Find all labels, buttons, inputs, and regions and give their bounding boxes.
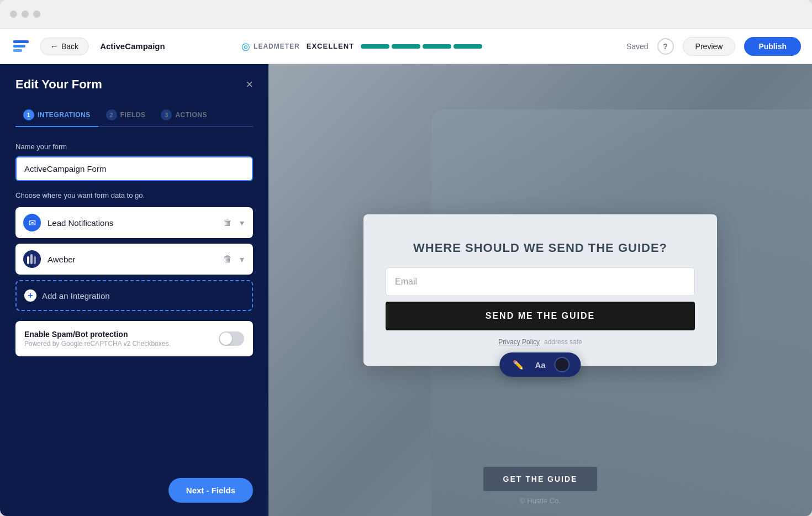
window-dot-2 — [22, 10, 29, 18]
toolbar-color-button[interactable] — [555, 357, 570, 372]
toolbar-font-button[interactable]: Aa — [535, 360, 545, 370]
close-button[interactable]: × — [246, 78, 253, 91]
copyright-text: © Hustle Co. — [520, 497, 561, 505]
spam-subtitle: Powered by Google reCAPTCHA v2 Checkboxe… — [24, 340, 171, 347]
svg-rect-1 — [30, 254, 33, 264]
tab-num-1: 1 — [23, 109, 34, 120]
add-integration-button[interactable]: + Add an Integration — [15, 280, 253, 311]
spam-toggle[interactable] — [219, 331, 244, 346]
form-popup: WHERE SHOULD WE SEND THE GUIDE? Email SE… — [363, 214, 717, 366]
email-input-wrap[interactable]: Email — [386, 267, 695, 296]
next-fields-button[interactable]: Next - Fields — [168, 478, 253, 503]
tab-label-1: INTEGRATIONS — [38, 111, 91, 119]
app-window: ← Back ActiveCampaign ◎ LEADMETER EXCELL… — [0, 0, 812, 516]
leadmeter: ◎ LEADMETER EXCELLENT — [241, 40, 482, 52]
leadmeter-bars — [361, 44, 482, 49]
spam-protection-box: Enable Spam/Bot protection Powered by Go… — [15, 321, 253, 356]
topnav: ← Back ActiveCampaign ◎ LEADMETER EXCELL… — [0, 29, 812, 64]
tab-num-3: 3 — [161, 109, 172, 120]
expand-aweber-button[interactable]: ▾ — [239, 253, 245, 266]
campaign-name: ActiveCampaign — [100, 41, 165, 51]
titlebar — [0, 0, 812, 29]
integration-item-lead-notifications: ✉ Lead Notifications 🗑 ▾ — [15, 207, 253, 238]
toggle-knob — [220, 333, 232, 345]
publish-button[interactable]: Publish — [744, 37, 801, 56]
help-icon: ? — [663, 42, 668, 51]
form-name-input[interactable] — [15, 156, 253, 181]
leadmeter-bar-1 — [361, 44, 389, 49]
leadmeter-bar-2 — [392, 44, 420, 49]
trash-icon-aweber: 🗑 — [223, 254, 232, 264]
preview-button[interactable]: Preview — [683, 37, 736, 56]
delete-lead-notifications-button[interactable]: 🗑 — [222, 217, 233, 229]
form-name-label: Name your form — [15, 143, 253, 151]
saved-status: Saved — [626, 42, 648, 51]
tabs: 1 INTEGRATIONS 2 FIELDS 3 ACTIONS — [15, 105, 253, 127]
integration-name-lead: Lead Notifications — [48, 218, 215, 228]
tab-num-2: 2 — [106, 109, 117, 120]
aweber-logo-svg — [26, 253, 38, 265]
help-button[interactable]: ? — [657, 38, 674, 55]
leadmeter-bar-3 — [423, 44, 451, 49]
leadmeter-status: EXCELLENT — [307, 42, 354, 50]
leadmeter-bar-4 — [454, 44, 482, 49]
trash-icon: 🗑 — [223, 218, 232, 227]
pencil-icon: ✏️ — [513, 360, 524, 370]
integration-name-aweber: Aweber — [48, 255, 215, 264]
preview-bottom: GET THE GUIDE © Hustle Co. — [483, 467, 598, 505]
chevron-down-icon-aweber: ▾ — [240, 255, 244, 264]
aweber-icon — [23, 250, 41, 268]
integration-actions-lead: 🗑 ▾ — [222, 217, 245, 229]
back-label: Back — [61, 42, 78, 51]
privacy-row: Privacy Policy address safe — [386, 338, 695, 346]
back-button[interactable]: ← Back — [40, 38, 89, 55]
leadmeter-title: LEADMETER — [254, 43, 300, 50]
spam-text: Enable Spam/Bot protection Powered by Go… — [24, 330, 171, 347]
tab-integrations[interactable]: 1 INTEGRATIONS — [15, 105, 98, 127]
chevron-down-icon: ▾ — [240, 218, 244, 228]
privacy-policy-link[interactable]: Privacy Policy — [498, 338, 540, 346]
back-arrow-icon: ← — [50, 42, 58, 51]
window-dot-1 — [10, 10, 17, 18]
add-plus-icon: + — [24, 289, 36, 302]
choose-label: Choose where you want form data to go. — [15, 191, 253, 199]
delete-aweber-button[interactable]: 🗑 — [222, 253, 233, 265]
email-placeholder: Email — [395, 277, 686, 287]
expand-lead-notifications-button[interactable]: ▾ — [239, 217, 245, 229]
tab-fields[interactable]: 2 FIELDS — [98, 105, 154, 127]
spam-title: Enable Spam/Bot protection — [24, 330, 171, 339]
integration-actions-aweber: 🗑 ▾ — [222, 253, 245, 266]
keep-safe-text: address safe — [544, 338, 582, 346]
spam-row: Enable Spam/Bot protection Powered by Go… — [24, 330, 244, 347]
get-guide-button[interactable]: GET THE GUIDE — [483, 467, 598, 491]
form-toolbar: ✏️ Aa — [499, 352, 581, 377]
tab-actions[interactable]: 3 ACTIONS — [153, 105, 215, 127]
logo — [11, 36, 31, 56]
lead-notifications-icon: ✉ — [23, 214, 41, 231]
add-integration-label: Add an Integration — [42, 291, 110, 301]
target-icon: ◎ — [241, 40, 250, 52]
sidebar-title: Edit Your Form — [15, 77, 102, 92]
toolbar-edit-button[interactable]: ✏️ — [510, 357, 526, 372]
integration-item-aweber: Aweber 🗑 ▾ — [15, 244, 253, 275]
svg-rect-2 — [34, 256, 36, 264]
nav-right: Saved ? Preview Publish — [626, 37, 801, 56]
svg-rect-0 — [27, 256, 29, 264]
main-content: Edit Your Form × 1 INTEGRATIONS 2 FIELDS… — [0, 64, 812, 516]
send-guide-button[interactable]: SEND ME THE GUIDE — [386, 302, 695, 330]
preview-area: WHERE SHOULD WE SEND THE GUIDE? Email SE… — [268, 64, 812, 516]
sidebar-header: Edit Your Form × — [15, 77, 253, 92]
popup-title: WHERE SHOULD WE SEND THE GUIDE? — [386, 241, 695, 255]
tab-label-2: FIELDS — [120, 111, 146, 119]
tab-label-3: ACTIONS — [175, 111, 207, 119]
window-dot-3 — [33, 10, 40, 18]
sidebar: Edit Your Form × 1 INTEGRATIONS 2 FIELDS… — [0, 64, 268, 516]
